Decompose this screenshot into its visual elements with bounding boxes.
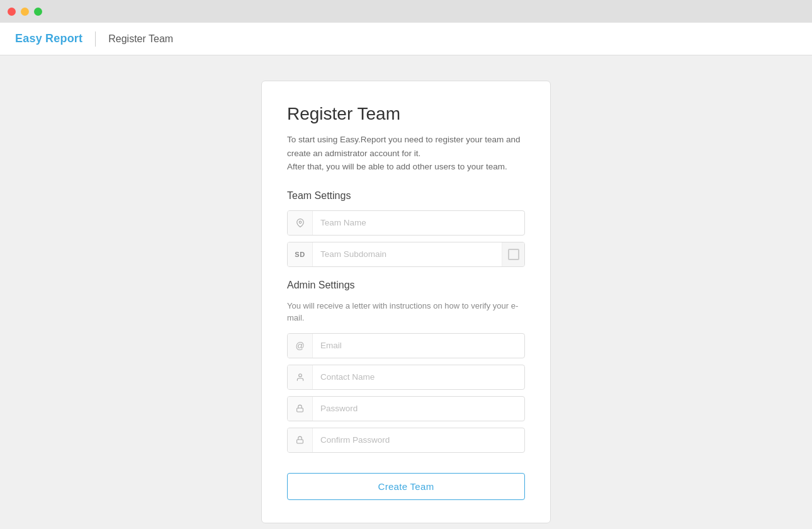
email-input[interactable] (313, 335, 524, 356)
team-subdomain-input[interactable] (313, 244, 502, 264)
header-page-title: Register Team (108, 33, 173, 45)
svg-rect-2 (297, 408, 303, 412)
minimize-button[interactable] (21, 8, 29, 16)
sd-icon: SD (288, 242, 313, 266)
lock-confirm-icon (288, 428, 313, 452)
contact-name-group (287, 365, 525, 390)
team-settings-section: Team Settings SD (287, 190, 525, 267)
team-settings-title: Team Settings (287, 190, 525, 202)
create-team-button[interactable]: Create Team (287, 473, 525, 500)
team-name-group (287, 210, 525, 236)
maximize-button[interactable] (34, 8, 42, 16)
svg-point-0 (299, 221, 302, 224)
card-description: To start using Easy.Report you need to r… (287, 133, 525, 174)
header: Easy Report Register Team (0, 23, 812, 55)
admin-description: You will receive a letter with instructi… (287, 300, 525, 324)
admin-settings-title: Admin Settings (287, 280, 525, 291)
email-group: @ (287, 333, 525, 358)
close-button[interactable] (8, 8, 16, 16)
subdomain-suffix-icon (502, 242, 524, 266)
contact-name-input[interactable] (313, 367, 524, 387)
pin-icon (288, 211, 313, 235)
team-name-input[interactable] (313, 212, 524, 233)
brand-name: Easy Report (15, 32, 82, 45)
confirm-password-input[interactable] (313, 429, 524, 450)
svg-point-1 (298, 374, 302, 377)
confirm-password-group (287, 428, 525, 453)
header-divider (95, 31, 96, 47)
at-icon: @ (288, 334, 313, 358)
password-input[interactable] (313, 398, 524, 419)
main-content: Register Team To start using Easy.Report… (0, 55, 812, 529)
lock-icon (288, 397, 313, 421)
team-subdomain-group: SD (287, 242, 525, 267)
user-icon (288, 365, 313, 389)
admin-settings-section: Admin Settings You will receive a letter… (287, 280, 525, 453)
titlebar (0, 0, 812, 23)
svg-rect-3 (297, 440, 303, 443)
password-group (287, 396, 525, 421)
register-card: Register Team To start using Easy.Report… (261, 81, 551, 523)
card-title: Register Team (287, 104, 525, 124)
